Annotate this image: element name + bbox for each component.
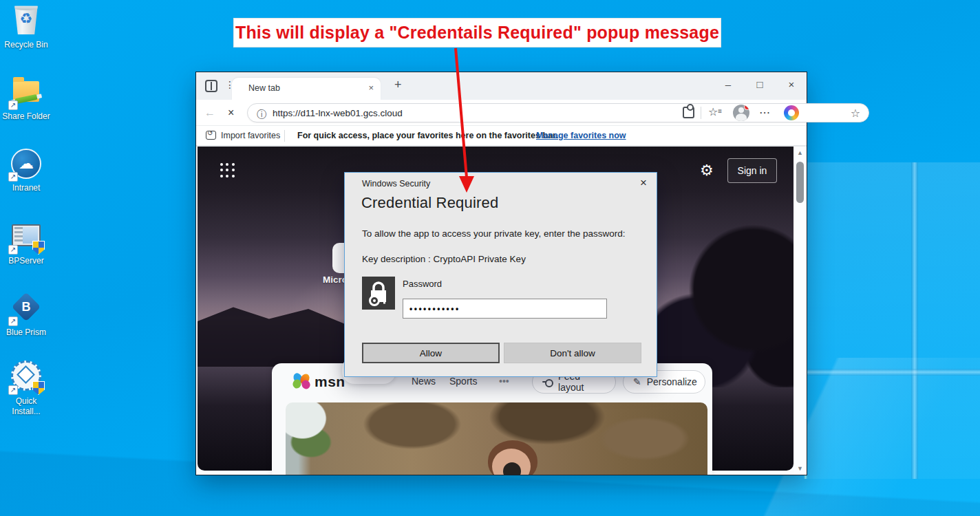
desktop-icon-label: Quick [0, 396, 52, 407]
dont-allow-button[interactable]: Don't allow [504, 343, 641, 363]
stop-button[interactable]: × [228, 106, 234, 120]
password-masked-value: ••••••••••• [409, 304, 460, 314]
dialog-heading: Credential Required [361, 194, 498, 212]
pencil-icon: ✎ [633, 376, 641, 387]
sign-in-button[interactable]: Sign in [727, 158, 777, 183]
browser-toolbar: ← × ⓘ https://d11-lnx-web01.gcs.cloud ☆ … [196, 100, 807, 126]
blue-prism-icon: B ↗ [10, 292, 43, 325]
toolbar-divider [701, 107, 701, 119]
prism-letter: B [16, 297, 36, 317]
minimize-button[interactable]: – [718, 75, 738, 94]
recycle-bin-icon: ♻ [10, 4, 43, 37]
desktop-icon-quick-install[interactable]: ↗ Quick Install... [0, 361, 52, 417]
favorites-list-icon[interactable]: ☆≡ [708, 105, 721, 118]
import-favorites-icon [206, 131, 216, 140]
shortcut-arrow-icon: ↗ [8, 316, 18, 326]
maximize-button[interactable]: □ [750, 75, 769, 94]
copilot-icon[interactable] [784, 105, 799, 120]
shortcut-arrow-icon: ↗ [8, 245, 18, 255]
site-info-icon[interactable]: ⓘ [257, 107, 266, 121]
share-folder-icon: ↗ [10, 76, 43, 109]
extensions-icon[interactable] [683, 107, 694, 118]
uac-shield-icon [32, 381, 45, 395]
tab-title: New tab [248, 83, 280, 93]
msn-logo[interactable]: msn [292, 374, 345, 390]
favorites-hint-text: For quick access, place your favorites h… [297, 131, 558, 140]
profile-avatar[interactable] [733, 105, 749, 121]
desktop-icon-intranet[interactable]: ☁ ↗ Intranet [0, 147, 52, 193]
tab-close-icon[interactable]: × [368, 83, 374, 93]
windows-security-dialog: Windows Security × Credential Required T… [344, 172, 657, 377]
feed-photo-card[interactable] [286, 402, 707, 475]
intranet-cloud-icon: ☁ ↗ [10, 147, 43, 180]
desktop-icon-label-line2: Install... [0, 407, 52, 417]
msn-tab-sports[interactable]: Sports [449, 376, 477, 387]
page-settings-gear-icon[interactable]: ⚙ [700, 162, 714, 180]
dialog-close-icon[interactable]: × [640, 176, 647, 190]
bpserver-app-icon: ↗ [10, 220, 43, 253]
tab-workspaces-icon[interactable] [205, 80, 217, 92]
new-tab-button[interactable]: + [394, 78, 402, 92]
page-scrollbar[interactable]: ▲ ▼ [794, 147, 806, 475]
shortcut-arrow-icon: ↗ [8, 172, 18, 182]
desktop-icon-label: Intranet [0, 183, 52, 193]
settings-more-icon[interactable]: ⋯ [759, 106, 770, 120]
desktop-icon-label: Recycle Bin [0, 40, 52, 50]
apps-grid-icon[interactable] [220, 163, 235, 178]
desktop-icon-recycle-bin[interactable]: ♻ Recycle Bin [0, 4, 52, 50]
key-description-label: Key description : [362, 254, 431, 264]
key-description-line: Key description : CryptoAPI Private Key [362, 254, 526, 264]
address-bar[interactable]: ⓘ https://d11-lnx-web01.gcs.cloud ☆ [247, 103, 869, 122]
scroll-down-icon[interactable]: ▼ [794, 465, 806, 472]
back-button[interactable]: ← [204, 106, 215, 120]
uac-shield-icon [32, 241, 45, 255]
desktop-icon-label: Blue Prism [0, 327, 52, 338]
dialog-body-text: To allow the app to access your private … [362, 228, 625, 239]
favorites-divider [284, 130, 285, 142]
personalize-label: Personalize [647, 376, 697, 387]
msn-tabs-more-icon[interactable]: ••• [499, 376, 509, 387]
msn-tab-news[interactable]: News [412, 376, 436, 387]
desktop-icon-label: Share Folder [0, 111, 52, 122]
favorites-bar: Import favorites For quick access, place… [196, 126, 807, 147]
windows-desktop: ♻ Recycle Bin ↗ Share Folder ☁ ↗ Intrane… [0, 0, 980, 516]
lock-key-icon [362, 277, 395, 310]
wallpaper-logo-vertical-divider [911, 162, 918, 479]
favorite-star-icon[interactable]: ☆ [851, 107, 860, 120]
url-text: https://d11-lnx-web01.gcs.cloud [273, 108, 403, 118]
password-label: Password [403, 279, 442, 289]
msn-butterfly-icon [292, 374, 310, 390]
desktop-icon-blue-prism[interactable]: B ↗ Blue Prism [0, 292, 52, 338]
quick-install-icon: ↗ [10, 361, 43, 394]
wallpaper-logo-horizontal-divider [807, 369, 980, 376]
window-controls: – □ × [718, 75, 801, 94]
msn-wordmark: msn [315, 374, 345, 390]
password-input[interactable]: ••••••••••• [403, 299, 607, 319]
import-favorites-button[interactable]: Import favorites [221, 131, 280, 140]
layout-slider-icon [542, 381, 553, 383]
shortcut-arrow-icon: ↗ [8, 385, 18, 395]
dialog-app-title: Windows Security [362, 179, 430, 189]
desktop-icon-bpserver[interactable]: ↗ BPServer [0, 220, 52, 266]
annotation-banner: This will display a "Credentails Require… [234, 19, 721, 47]
tab-strip: ⋮ New tab × + – □ × [196, 72, 807, 100]
key-description-value: CryptoAPI Private Key [434, 254, 526, 264]
desktop-icon-share-folder[interactable]: ↗ Share Folder [0, 76, 52, 122]
scrollbar-thumb[interactable] [796, 162, 804, 203]
wallpaper-windows-logo [807, 162, 980, 479]
close-button[interactable]: × [782, 75, 801, 94]
scroll-up-icon[interactable]: ▲ [794, 149, 806, 156]
microphone [503, 462, 521, 475]
annotation-text: This will display a "Credentails Require… [235, 23, 719, 43]
recycle-glyph: ♻ [13, 10, 39, 27]
manage-favorites-link[interactable]: Manage favorites now [536, 131, 626, 140]
shortcut-arrow-icon: ↗ [8, 100, 18, 110]
desktop-icon-label: BPServer [0, 256, 52, 266]
tab-new-tab[interactable]: New tab × [232, 78, 381, 100]
allow-button[interactable]: Allow [362, 343, 500, 363]
msn-feed-sheet: msn Discover News Sports ••• Feed layout… [272, 363, 712, 475]
